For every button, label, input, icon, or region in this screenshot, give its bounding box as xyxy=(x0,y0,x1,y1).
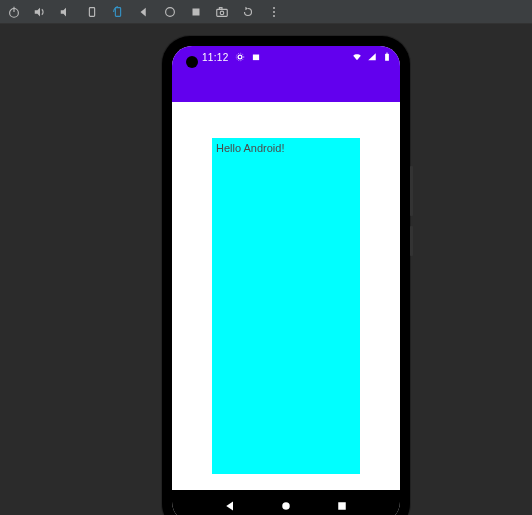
battery-icon xyxy=(382,52,392,62)
svg-rect-9 xyxy=(217,9,228,16)
svg-marker-6 xyxy=(141,7,146,16)
svg-point-19 xyxy=(282,502,290,510)
status-bar: 11:12 xyxy=(172,46,400,68)
svg-rect-5 xyxy=(115,7,120,16)
volume-up-icon[interactable] xyxy=(32,4,48,20)
nav-recent[interactable] xyxy=(335,499,349,513)
rotate-left-icon[interactable] xyxy=(84,4,100,20)
back-icon[interactable] xyxy=(136,4,152,20)
more-icon[interactable] xyxy=(266,4,282,20)
svg-rect-14 xyxy=(252,55,258,61)
device-volume-button xyxy=(410,166,413,216)
volume-down-icon[interactable] xyxy=(58,4,74,20)
svg-rect-4 xyxy=(89,7,94,16)
power-icon[interactable] xyxy=(6,4,22,20)
svg-point-7 xyxy=(166,7,175,16)
cyan-panel: Hello Android! xyxy=(212,138,360,474)
svg-rect-16 xyxy=(385,54,389,61)
reload-icon[interactable] xyxy=(240,4,256,20)
wifi-icon xyxy=(352,52,362,62)
svg-marker-18 xyxy=(226,502,233,511)
home-icon[interactable] xyxy=(162,4,178,20)
signal-icon xyxy=(367,52,377,62)
screenshot-icon[interactable] xyxy=(214,4,230,20)
overview-icon[interactable] xyxy=(188,4,204,20)
svg-rect-17 xyxy=(386,53,387,54)
svg-marker-3 xyxy=(61,7,66,16)
svg-point-13 xyxy=(236,53,244,61)
svg-marker-15 xyxy=(368,53,376,60)
svg-rect-11 xyxy=(219,7,222,9)
svg-point-10 xyxy=(220,11,224,15)
action-bar xyxy=(172,68,400,102)
svg-rect-20 xyxy=(338,502,346,510)
app-content: Hello Android! xyxy=(172,102,400,490)
box-icon xyxy=(251,52,261,62)
device-power-button xyxy=(410,226,413,256)
svg-marker-2 xyxy=(35,7,40,16)
svg-point-12 xyxy=(238,55,242,59)
hello-text: Hello Android! xyxy=(216,142,356,154)
status-clock: 11:12 xyxy=(202,52,229,63)
nav-back[interactable] xyxy=(223,499,237,513)
svg-rect-8 xyxy=(193,8,200,15)
emulator-toolbar xyxy=(0,0,532,24)
navigation-bar xyxy=(172,490,400,515)
nav-home[interactable] xyxy=(279,499,293,513)
device-screen[interactable]: 11:12 Hello Android! xyxy=(172,46,400,515)
device-frame: 11:12 Hello Android! xyxy=(162,36,410,515)
camera-cutout xyxy=(186,56,198,68)
rotate-right-icon[interactable] xyxy=(110,4,126,20)
gear-icon xyxy=(235,52,245,62)
emulator-stage: 11:12 Hello Android! xyxy=(0,24,532,515)
